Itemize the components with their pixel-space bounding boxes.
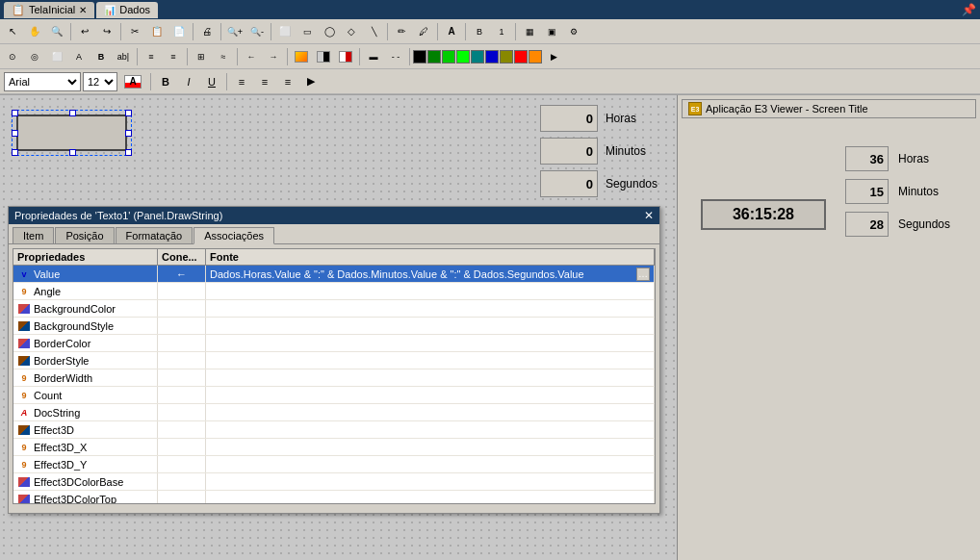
prop-row-docstring[interactable]: A DocString: [13, 404, 655, 421]
prop-connector-effect3dcolortop: [158, 491, 206, 504]
minutos-input-box[interactable]: 0: [540, 138, 598, 165]
prop-row-borderstyle[interactable]: BorderStyle: [13, 352, 655, 369]
cut-btn[interactable]: ✂: [124, 22, 145, 41]
prop-name-effect3dy: 9 Effect3D_Y: [13, 456, 158, 472]
prop-row-bordercolor[interactable]: BorderColor: [13, 335, 655, 352]
font-size-select[interactable]: 12: [83, 72, 117, 91]
tab-formatacao[interactable]: Formatação: [116, 227, 193, 243]
checkbox-btn[interactable]: ⬜: [46, 47, 67, 66]
fill-color-btn[interactable]: [291, 47, 312, 66]
font-color-btn[interactable]: A: [119, 72, 146, 91]
arrow-left-btn[interactable]: ←: [241, 47, 262, 66]
prop-browse-btn[interactable]: …: [636, 267, 650, 281]
bold2-btn[interactable]: B: [90, 47, 112, 66]
prop-icon-borderstyle: [17, 356, 31, 366]
grid-btn[interactable]: ▦: [519, 22, 540, 41]
prop-row-value[interactable]: v Value ← Dados.Horas.Value & ":" & Dado…: [13, 266, 655, 283]
viewer-layout: 36:15:28 36 Horas 15 Minutos: [682, 122, 976, 261]
swatch-4[interactable]: [456, 50, 470, 64]
undo-btn[interactable]: ↩: [74, 22, 95, 41]
pen-btn[interactable]: ✏: [391, 22, 412, 41]
tab-dados[interactable]: 📊 Dados: [96, 2, 158, 18]
tab-telainicial[interactable]: 📋 TelaInicial ✕: [4, 2, 94, 18]
text-color-btn[interactable]: [335, 47, 356, 66]
swatch-3[interactable]: [442, 50, 455, 64]
approx-btn[interactable]: ≈: [213, 47, 234, 66]
grid2-btn[interactable]: ⊞: [191, 47, 212, 66]
canvas-panel[interactable]: 0 Horas 0 Minutos 0 Segundos Propriedade…: [0, 95, 677, 560]
arrow-tool-btn[interactable]: ↖: [2, 22, 23, 41]
pencil-btn[interactable]: 🖊: [413, 22, 434, 41]
bold-btn[interactable]: B: [155, 72, 176, 91]
hand-tool-btn[interactable]: ✋: [24, 22, 45, 41]
zoom-in-btn[interactable]: 🔍+: [224, 22, 245, 41]
align-left-btn[interactable]: ≡: [141, 47, 162, 66]
radio-btn[interactable]: ⊙: [2, 47, 23, 66]
prop-source-value: Dados.Horas.Value & ":" & Dados.Minutos.…: [206, 266, 655, 282]
swatch-6[interactable]: [485, 50, 499, 64]
ellipse-btn[interactable]: ◯: [319, 22, 340, 41]
underline-btn[interactable]: U: [201, 72, 222, 91]
border-btn[interactable]: ▬: [363, 47, 384, 66]
swatch-9[interactable]: [529, 50, 542, 64]
swatch-8[interactable]: [514, 50, 528, 64]
swatch-2[interactable]: [427, 50, 441, 64]
title-bar: 📋 TelaInicial ✕ 📊 Dados 📌: [0, 0, 980, 19]
prop-row-angle[interactable]: 9 Angle: [13, 283, 655, 300]
prop-row-bgcolor[interactable]: BackgroundColor: [13, 300, 655, 318]
paste-btn[interactable]: 📄: [168, 22, 190, 41]
prop-row-borderwidth[interactable]: 9 BorderWidth: [13, 369, 655, 387]
align-center-font-btn[interactable]: ≡: [254, 72, 275, 91]
prop-row-effect3dcolortop[interactable]: Effect3DColorTop: [13, 491, 655, 504]
num1-btn[interactable]: 1: [491, 22, 512, 41]
font-family-select[interactable]: Arial: [4, 72, 81, 91]
redo-btn[interactable]: ↪: [96, 22, 117, 41]
settings-btn[interactable]: ⚙: [563, 22, 584, 41]
prop-connector-angle: [158, 283, 206, 299]
chart-btn[interactable]: B: [469, 22, 490, 41]
tab-posicao[interactable]: Posição: [55, 227, 114, 243]
line-color-btn[interactable]: [313, 47, 334, 66]
align-left-font-btn[interactable]: ≡: [231, 72, 252, 91]
zoom-out-btn[interactable]: 🔍-: [246, 22, 268, 41]
align-center-btn[interactable]: ≡: [163, 47, 184, 66]
rectangle-btn[interactable]: ⬜: [274, 22, 296, 41]
diamond-btn[interactable]: ◇: [341, 22, 362, 41]
line-btn[interactable]: ╲: [363, 22, 384, 41]
props-table[interactable]: Propriedades Cone... Fonte v Value ← Dad…: [13, 248, 656, 504]
tab-item[interactable]: Item: [13, 227, 54, 243]
pin-icon: 📌: [962, 3, 976, 16]
align-right-font-btn[interactable]: ≡: [277, 72, 298, 91]
swatch-5[interactable]: [471, 50, 484, 64]
abl-btn[interactable]: ab|: [113, 47, 134, 66]
tab-associacoes[interactable]: Associações: [193, 227, 274, 244]
text-btn[interactable]: A: [441, 22, 462, 41]
circle-btn[interactable]: ◎: [24, 47, 45, 66]
prop-row-effect3d[interactable]: Effect3D: [13, 421, 655, 439]
prop-row-effect3dx[interactable]: 9 Effect3D_X: [13, 439, 655, 456]
print-btn[interactable]: 🖨: [196, 22, 218, 41]
swatch-1[interactable]: [413, 50, 426, 64]
rounded-rect-btn[interactable]: ▭: [297, 22, 318, 41]
align-btn[interactable]: ▣: [541, 22, 562, 41]
prop-row-count[interactable]: 9 Count: [13, 387, 655, 404]
prop-row-effect3dcolorbase[interactable]: Effect3DColorBase: [13, 473, 655, 491]
horas-row: 0 Horas: [540, 105, 658, 132]
prop-row-effect3dy[interactable]: 9 Effect3D_Y: [13, 456, 655, 473]
copy-btn[interactable]: 📋: [146, 22, 168, 41]
zoom-btn[interactable]: 🔍: [46, 22, 67, 41]
segundos-input-box[interactable]: 0: [540, 170, 598, 197]
more-btn[interactable]: ▶: [300, 72, 322, 91]
swatch-7[interactable]: [500, 50, 513, 64]
swatch-more[interactable]: ▶: [543, 47, 564, 66]
time-display-widget[interactable]: [16, 115, 127, 151]
arrow-right-btn[interactable]: →: [263, 47, 284, 66]
tab-telainicial-close[interactable]: ✕: [79, 5, 87, 15]
italic-btn[interactable]: I: [178, 72, 199, 91]
horas-input-box[interactable]: 0: [540, 105, 598, 132]
prop-row-bgstyle[interactable]: BackgroundStyle: [13, 318, 655, 335]
dash-btn[interactable]: - -: [385, 47, 406, 66]
label-btn[interactable]: A: [68, 47, 90, 66]
sep-1: [70, 23, 71, 40]
props-close-btn[interactable]: ✕: [644, 209, 654, 222]
